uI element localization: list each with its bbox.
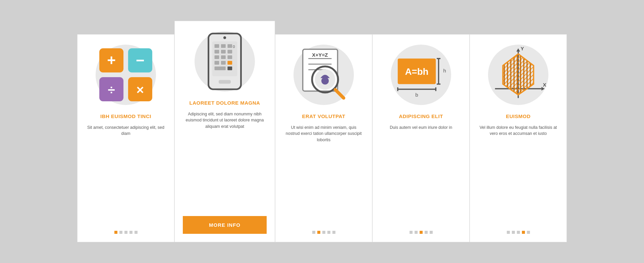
- dot-inactive: [415, 231, 418, 234]
- card-4: A=bh h b ADIPISCING ELIT Duis autem vel …: [372, 34, 470, 242]
- svg-text:×: ×: [137, 83, 144, 97]
- card-3: X+Y=Z ERAT VOLUTPAT Ut wisi enim ad mini…: [275, 34, 372, 242]
- dot-active: [420, 231, 423, 234]
- formula-icon: A=bh h b: [391, 45, 451, 105]
- svg-rect-23: [215, 66, 226, 70]
- svg-text:X+Y=Z: X+Y=Z: [312, 52, 328, 58]
- svg-text:Y: Y: [521, 46, 524, 51]
- card-4-dots: [410, 231, 433, 234]
- calculator-icon-circle: + − ÷ ×: [96, 45, 156, 105]
- graph-icon: X Y: [488, 45, 548, 105]
- dot-inactive: [119, 231, 122, 234]
- svg-rect-18: [221, 55, 226, 59]
- dot-inactive: [430, 231, 433, 234]
- dot-active: [114, 231, 117, 234]
- card-5: X Y: [470, 34, 567, 242]
- phone-icon: 0: [195, 31, 255, 92]
- card-1-title: IBH EUISMOD TINCI: [100, 113, 151, 120]
- svg-rect-26: [219, 80, 231, 84]
- dot-inactive: [124, 231, 127, 234]
- svg-text:X: X: [543, 82, 546, 88]
- svg-text:÷: ÷: [108, 83, 115, 97]
- svg-text:+: +: [107, 52, 116, 68]
- dot-active: [317, 231, 320, 234]
- svg-rect-21: [221, 61, 226, 65]
- svg-rect-22: [227, 61, 232, 65]
- svg-rect-11: [215, 44, 219, 48]
- more-info-button[interactable]: MORE INFO: [183, 216, 267, 234]
- dot-inactive: [507, 231, 510, 234]
- dot-inactive: [322, 231, 325, 234]
- svg-text:−: −: [136, 52, 145, 68]
- svg-rect-14: [215, 50, 219, 53]
- svg-rect-16: [227, 50, 232, 53]
- card-1: + − ÷ × IBH EUISMOD TINCI Sit amet, cons…: [77, 34, 174, 242]
- svg-marker-49: [516, 48, 520, 52]
- svg-text:A=bh: A=bh: [405, 66, 429, 77]
- dot-inactive: [527, 231, 530, 234]
- dot-inactive: [512, 231, 515, 234]
- dot-inactive: [312, 231, 315, 234]
- phone-icon-circle: 0: [195, 31, 255, 92]
- card-2-title: LAOREET DOLORE MAGNA: [190, 100, 260, 106]
- svg-rect-12: [221, 44, 226, 48]
- svg-rect-13: [227, 44, 232, 48]
- svg-text:b: b: [415, 92, 418, 98]
- svg-text:0: 0: [233, 45, 235, 49]
- dot-inactive: [327, 231, 330, 234]
- card-3-desc: Ut wisi enim ad minim veniam, quis nostr…: [283, 124, 364, 224]
- dot-inactive: [517, 231, 520, 234]
- svg-rect-20: [215, 61, 219, 65]
- svg-rect-19: [227, 55, 232, 59]
- svg-rect-24: [227, 66, 232, 70]
- card-4-title: ADIPISCING ELIT: [399, 113, 443, 120]
- card-1-desc: Sit amet, consectetuer adipiscing elit, …: [86, 124, 166, 224]
- card-5-dots: [507, 231, 530, 234]
- card-5-title: EUISMOD: [506, 113, 531, 120]
- dot-inactive: [332, 231, 335, 234]
- calculator-icon: + − ÷ ×: [96, 45, 156, 105]
- dot-inactive: [129, 231, 132, 234]
- graph-icon-circle: X Y: [488, 45, 548, 105]
- svg-text:h: h: [443, 68, 446, 73]
- card-4-desc: Duis autem vel eum iriure dolor in: [390, 124, 452, 224]
- card-1-dots: [114, 231, 138, 234]
- dot-inactive: [425, 231, 428, 234]
- card-5-desc: Vel illum dolore eu feugiat nulla facili…: [478, 124, 558, 224]
- dot-inactive: [410, 231, 413, 234]
- dot-active: [522, 231, 525, 234]
- search-doc-icon-circle: X+Y=Z: [293, 45, 354, 105]
- svg-point-34: [321, 77, 329, 85]
- card-2: 0 LAOREET DOLORE MAGNA Adipiscing elit, …: [174, 21, 275, 242]
- card-2-desc: Adipiscing elit, sed diam nonummy nibh e…: [183, 111, 267, 210]
- search-doc-icon: X+Y=Z: [293, 45, 354, 105]
- dot-inactive: [135, 231, 138, 234]
- card-3-title: ERAT VOLUTPAT: [302, 113, 345, 120]
- svg-line-35: [335, 90, 344, 98]
- formula-icon-circle: A=bh h b: [391, 45, 451, 105]
- cards-container: + − ÷ × IBH EUISMOD TINCI Sit amet, cons…: [64, 0, 580, 263]
- svg-rect-15: [221, 50, 226, 53]
- card-3-dots: [312, 231, 335, 234]
- svg-marker-47: [541, 87, 545, 91]
- svg-point-9: [223, 36, 226, 39]
- svg-rect-17: [215, 55, 219, 59]
